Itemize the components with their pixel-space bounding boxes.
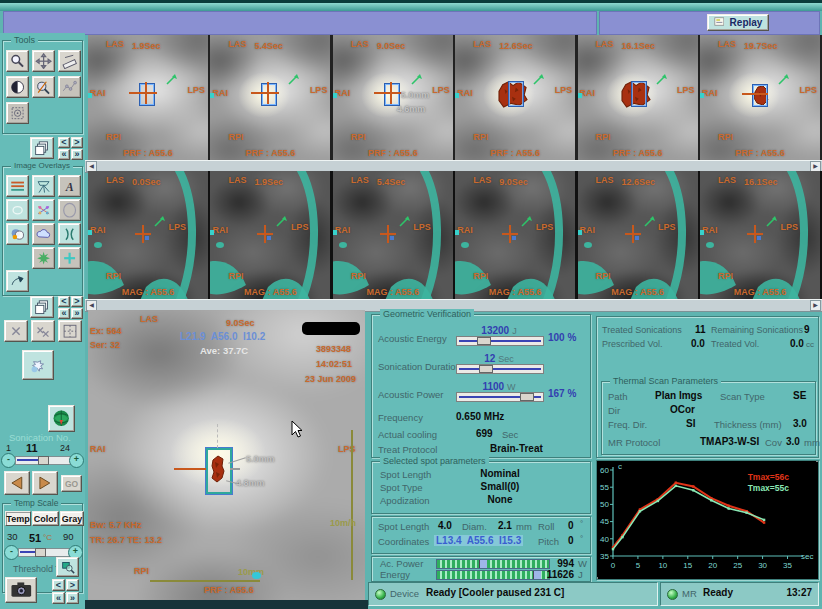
sonication-minus-button[interactable]: -: [1, 453, 16, 468]
spot-multi-button[interactable]: [31, 320, 55, 342]
geo-slider[interactable]: [456, 392, 544, 402]
page-last-button[interactable]: »: [71, 149, 83, 160]
frequency-label: Frequency: [378, 412, 423, 423]
threshold-slider[interactable]: [18, 548, 70, 557]
spot-blue-marker: [267, 236, 271, 240]
zoom-tool-button[interactable]: [6, 50, 29, 72]
viewport-tile-row1-5[interactable]: LAS16.1SecRAILPSRPIPRF : A55.6: [578, 35, 698, 160]
viewport-tile-row1-4[interactable]: LAS12.6SecRAILPSRPIPRF : A55.6: [455, 35, 575, 160]
treat-protocol-label: Treat Protocol: [378, 444, 437, 455]
svg-text:Tmax=55c: Tmax=55c: [748, 483, 790, 493]
temp-scale-temp-button[interactable]: Temp: [5, 511, 31, 526]
svg-text:35: 35: [600, 552, 609, 561]
large-ellipse-overlay-button[interactable]: [58, 199, 81, 221]
device-status-segment: Device Ready [Cooler paused 231 C]: [368, 582, 658, 606]
overlap-circles-overlay-button[interactable]: [6, 223, 29, 245]
bottom-first-button[interactable]: «: [52, 592, 65, 604]
viewport-tile-row2-5[interactable]: LAS12.6SecRAILPSRPIMAG : A55.6: [578, 171, 698, 299]
splash-marker-overlay-button[interactable]: [32, 247, 55, 269]
orientation-bottom-label: RPI: [134, 566, 149, 576]
add-marker-overlay-button[interactable]: [58, 247, 81, 269]
geo-slider[interactable]: [456, 364, 544, 374]
energy-slider[interactable]: [436, 570, 550, 580]
geo-value-number: 13200: [481, 325, 509, 336]
viewport-tile-row1-1[interactable]: LAS1.9SecRAILPSRPIPRF : A55.6: [88, 35, 208, 160]
spot-frame-button[interactable]: [58, 320, 82, 342]
slider-handle[interactable]: [520, 393, 534, 401]
spot-blue-marker: [512, 236, 516, 240]
orientation-right-label: LPS: [413, 222, 431, 232]
draw-hook-overlay-button[interactable]: [6, 270, 29, 292]
orientation-top-label: LAS: [140, 314, 158, 324]
main-viewport[interactable]: LAS 9.0Sec Ex: 564 Ser: 32 L21.9 A56.0 I…: [88, 310, 365, 600]
overlay-next-button[interactable]: >: [71, 296, 83, 307]
snapshot-camera-button[interactable]: [5, 577, 37, 603]
next-sonication-button[interactable]: [32, 471, 58, 495]
energy-unit: J: [578, 569, 583, 580]
viewport-tile-row1-2[interactable]: LAS5.4SecRAILPSRPIPRF : A55.6: [210, 35, 330, 160]
svg-text:sec: sec: [801, 552, 813, 561]
diam-unit: mm: [516, 521, 532, 532]
focal-brackets-overlay-button[interactable]: [58, 223, 81, 245]
selected-spot-panel: Selected spot parameters Spot LengthNomi…: [371, 461, 591, 514]
spots-overlay-button[interactable]: [22, 350, 54, 380]
page-next-button[interactable]: >: [71, 137, 83, 148]
window-level-tool-button[interactable]: [32, 76, 55, 98]
spot-target-rect: [385, 84, 399, 105]
sonication-plus-button[interactable]: +: [69, 453, 84, 468]
overlay-first-button[interactable]: «: [58, 308, 70, 319]
spot-blue-marker: [757, 236, 761, 240]
contrast-tool-button[interactable]: [6, 76, 29, 98]
sequence-footer-label: MAG : A55.6: [611, 287, 664, 297]
target-tool-button[interactable]: [6, 102, 29, 124]
slider-handle[interactable]: [477, 337, 491, 345]
spot-crosshair-v: [142, 225, 144, 243]
viewport-tile-row2-2[interactable]: LAS1.9SecRAILPSRPIMAG : A55.6: [210, 171, 330, 299]
roi-magnifier-button[interactable]: [56, 557, 79, 577]
orientation-left-label: RAI: [702, 225, 718, 235]
temp-scale-color-button[interactable]: Color: [32, 511, 59, 526]
ac-power-slider[interactable]: [436, 559, 550, 569]
replay-button[interactable]: Replay: [707, 14, 769, 31]
layers-button-2[interactable]: [30, 296, 54, 318]
viewport-tile-row2-3[interactable]: LAS5.4SecRAILPSRPIMAG : A55.6: [333, 171, 453, 299]
small-ellipse-overlay-button[interactable]: [6, 199, 29, 221]
geo-slider-value: 13200J: [456, 325, 542, 336]
layers-button[interactable]: [30, 137, 54, 159]
slice-position-tick: [700, 93, 704, 98]
measure-tool-button[interactable]: [58, 50, 81, 72]
go-button[interactable]: GO: [61, 475, 82, 492]
pan-tool-button[interactable]: [32, 50, 55, 72]
graph-tool-button[interactable]: [58, 76, 81, 98]
spot-single-button[interactable]: [4, 320, 28, 342]
page-prev-button[interactable]: <: [58, 137, 70, 148]
elapsed-time-label: 16.1Sec: [744, 177, 778, 187]
bottom-next-button[interactable]: >: [66, 579, 79, 591]
spot-param-value: Nominal: [462, 468, 538, 479]
power-energy-panel: Ac. Power 994 W Energy 11626 J: [371, 556, 591, 582]
overlay-last-button[interactable]: »: [71, 308, 83, 319]
geo-slider[interactable]: [456, 336, 544, 346]
grid-lines-overlay-button[interactable]: [6, 175, 29, 197]
orientation-right-label: LPS: [658, 222, 676, 232]
annotations-overlay-button[interactable]: A: [58, 175, 81, 197]
viewport-tile-row2-6[interactable]: LAS16.1SecRAILPSRPIMAG : A55.6: [700, 171, 820, 299]
globe-button[interactable]: [48, 405, 75, 432]
viewport-tile-row2-4[interactable]: LAS9.0SecRAILPSRPIMAG : A55.6: [455, 171, 575, 299]
prev-sonication-button[interactable]: [4, 471, 30, 495]
sonication-slider[interactable]: [15, 456, 71, 465]
slider-handle[interactable]: [479, 365, 493, 373]
cloud-region-overlay-button[interactable]: [32, 223, 55, 245]
temp-scale-gray-button[interactable]: Gray: [60, 511, 84, 526]
bottom-last-button[interactable]: »: [66, 592, 79, 604]
viewport-tile-row1-6[interactable]: LAS19.7SecRAILPSRPIPRF : A55.6: [700, 35, 820, 160]
beam-path-overlay-button[interactable]: [32, 175, 55, 197]
overlay-prev-button[interactable]: <: [58, 296, 70, 307]
page-first-button[interactable]: «: [58, 149, 70, 160]
ac-power-unit: W: [578, 558, 587, 569]
threshold-minus-button[interactable]: -: [4, 545, 19, 560]
bottom-prev-button[interactable]: <: [52, 579, 65, 591]
viewport-tile-row1-3[interactable]: LAS9.0SecRAILPSRPIPRF : A55.65.0mm4.6mm: [333, 35, 453, 160]
crossed-dots-overlay-button[interactable]: [32, 199, 55, 221]
viewport-tile-row2-1[interactable]: LAS0.0SecRAILPSRPIMAG : A55.6: [88, 171, 208, 299]
